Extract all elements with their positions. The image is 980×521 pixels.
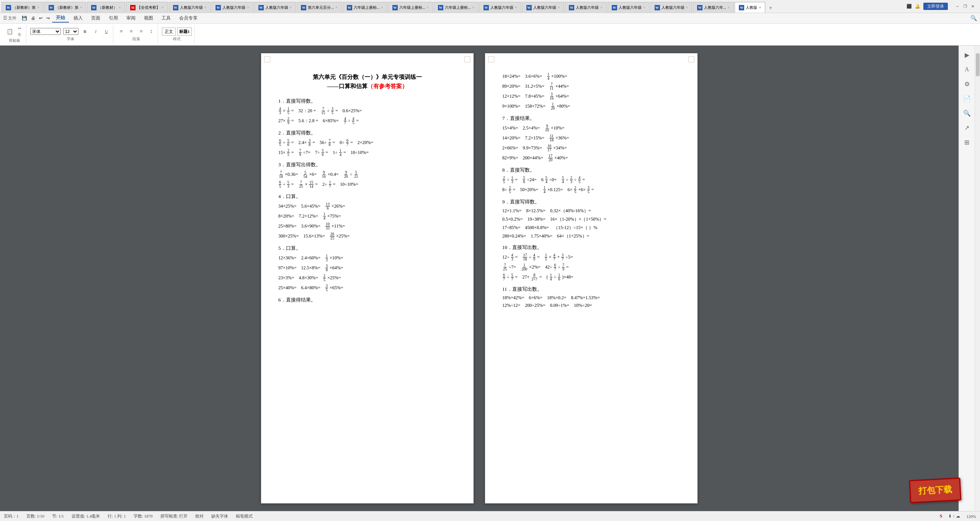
align-center-button[interactable]: ≡ <box>127 27 136 36</box>
sidebar-icon-4[interactable]: 🔍 <box>961 107 973 119</box>
underline-button[interactable]: U <box>102 27 111 36</box>
restore-button[interactable]: ❐ <box>962 4 968 9</box>
tab-4[interactable]: M【全优考察】× <box>126 2 168 13</box>
font-family-select[interactable]: 宋体 <box>30 28 61 35</box>
new-tab-button[interactable]: + <box>766 3 775 13</box>
sidebar-expand-icon[interactable]: ▶ <box>961 49 973 61</box>
section-5-row-4: 25×40%= 6.4×80%= 35×65%= <box>278 284 456 292</box>
tab-14[interactable]: W人教版六年级× <box>565 2 607 13</box>
quick-print[interactable]: 🖨 <box>29 15 37 21</box>
quick-save[interactable]: 💾 <box>20 15 29 21</box>
search-icon[interactable]: 🔍 <box>970 15 977 21</box>
section-4-title: 4．口算。 <box>278 193 456 200</box>
section-2-row-2: 15×25= 79÷7= 7÷56= 1÷14= 10÷10%= <box>278 149 456 157</box>
minimize-button[interactable]: ─ <box>955 4 960 9</box>
s9-row-3: 17÷85%= 4500×0.8%= （15-12）÷15=（ ）% <box>502 224 680 231</box>
tab-13[interactable]: W人教版六年级× <box>522 2 564 13</box>
status-proofread: 校对 <box>195 513 204 519</box>
section-5: 5．口算。 12×36%= 2.4×60%= 13×10%= 97×10%= 1… <box>278 245 456 292</box>
s8-row-1: 25÷13= 56÷24= 654÷0= 54÷23÷45= <box>502 176 680 184</box>
quick-redo[interactable]: ↪ <box>45 15 51 21</box>
section-7: 7．直接结果。 15×4%= 2.5×4%= 910×10%= 14×20%= … <box>502 115 680 162</box>
tab-5[interactable]: W人教版六年级× <box>169 2 211 13</box>
section-3-title: 3．直接写出得数。 <box>278 161 456 168</box>
tab-3[interactable]: W（新教材）× <box>87 2 125 13</box>
menu-icon[interactable]: ☰ <box>3 15 7 21</box>
download-badge[interactable]: 打包下载 <box>909 478 962 503</box>
s9-row-1: 12×1.1%= 8×12.5%= 0.32×（40%-16%）= <box>502 208 680 214</box>
quick-access[interactable]: 文件 <box>8 15 16 21</box>
pages-container[interactable]: 第六单元《百分数（一）》单元专项训练一 ——口算和估算（有参考答案） 1．直接写… <box>0 46 959 511</box>
section-8-title: 8．直接写数。 <box>502 167 680 174</box>
align-left-button[interactable]: ≡ <box>117 27 126 36</box>
italic-button[interactable]: I <box>91 27 100 36</box>
s7-row-3: 2×66%= 9.9×73%= 1617×34%= <box>502 144 680 152</box>
ribbon-tab-page[interactable]: 页面 <box>87 14 104 22</box>
tab-17[interactable]: W人教版六年...× <box>693 2 734 13</box>
line-spacing-button[interactable]: ↕ <box>147 27 155 36</box>
quick-undo[interactable]: ↩ <box>38 15 44 21</box>
status-total-pages: 页数: 1/10 <box>26 513 44 519</box>
tab-area: W（新教材）第× W（新教材）第× W（新教材）× M【全优考察】× W人教版六… <box>2 0 906 13</box>
login-button[interactable]: 立即登录 <box>923 3 948 10</box>
clipboard-group: 📋 ✂ ⎘ 剪贴板 <box>3 25 26 44</box>
align-right-button[interactable]: ≡ <box>137 27 145 36</box>
status-draft: 稿笔模式 <box>236 513 253 519</box>
s8-row-2: 8÷25= 50×20%= 14×0.125= 6×25+6×35= <box>502 186 680 194</box>
corner-mark-right-2 <box>688 56 694 62</box>
cut-button[interactable]: ✂ <box>15 26 24 31</box>
paste-button[interactable]: 📋 <box>5 27 14 36</box>
copy-button[interactable]: ⎘ <box>15 32 24 37</box>
tab-9[interactable]: W六年级上册粉...× <box>343 2 387 13</box>
tab-15[interactable]: W人教版六年级× <box>608 2 650 13</box>
corner-mark-right <box>464 56 470 62</box>
tab-16[interactable]: W人教版六年级× <box>650 2 693 13</box>
section-6: 6．直接得结果。 <box>278 297 456 303</box>
tab-1[interactable]: W（新教材）第× <box>2 2 44 13</box>
ribbon-tab-reference[interactable]: 引用 <box>105 14 122 22</box>
section-11: 11．直接写出数。 18%+42%= 6×6%= 18%×0.2= 8.47%+… <box>502 286 680 308</box>
sidebar-icon-6[interactable]: ⊞ <box>961 136 973 148</box>
ribbon-tab-view[interactable]: 视图 <box>140 14 157 22</box>
tab-2[interactable]: W（新教材）第× <box>44 2 87 13</box>
tab-18[interactable]: W人教版× <box>735 2 765 13</box>
paragraph-label: 段落 <box>132 36 140 42</box>
ribbon-tab-vip[interactable]: 会员专享 <box>175 14 201 22</box>
tab-11[interactable]: W六年级上册粉...× <box>434 2 479 13</box>
page-title: 第六单元《百分数（一）》单元专项训练一 ——口算和估算（有参考答案） <box>278 72 456 91</box>
s7-row-4: 82×9%= 200×44%= 1720×40%= <box>502 154 680 162</box>
status-section: 节: 1/1 <box>52 513 64 519</box>
close-button[interactable]: ✕ <box>970 4 975 9</box>
font-size-select[interactable]: 12 <box>63 28 78 35</box>
tab-6[interactable]: W人教版六年级× <box>211 2 253 13</box>
heading-style[interactable]: 标题1 <box>177 28 192 36</box>
scroll-thumb[interactable] <box>976 53 980 76</box>
section-4-row-3: 25×80%= 3.6×90%= 1033×11%= <box>278 222 456 230</box>
vertical-scrollbar[interactable] <box>975 46 980 511</box>
section-1-title: 1．直接写得数。 <box>278 98 456 105</box>
ribbon-tab-home[interactable]: 开始 <box>52 14 69 23</box>
tab-7[interactable]: W人教版六年级× <box>254 2 296 13</box>
ribbon-tab-insert[interactable]: 插入 <box>70 14 87 22</box>
section-5-title: 5．口算。 <box>278 245 456 252</box>
tab-12[interactable]: W人教版六年级× <box>479 2 521 13</box>
section-3-row-1: 718×0.36= 554×6= 916×0.4= 920÷521 <box>278 170 456 179</box>
status-settings: 设置值: 1.4毫米 <box>72 513 100 519</box>
sidebar-icon-5[interactable]: ↗ <box>961 121 973 134</box>
sidebar-icon-3[interactable]: 📄 <box>961 92 973 105</box>
status-icons: ⬇ ↑ ☁ <box>948 514 960 519</box>
corner-mark-left-2 <box>488 56 494 62</box>
tab-10[interactable]: W六年级上册粉...× <box>388 2 433 13</box>
tab-8[interactable]: W第六单元百分...× <box>297 2 341 13</box>
normal-style[interactable]: 正文 <box>162 28 176 36</box>
clipboard-label: 剪贴板 <box>9 38 20 43</box>
s6-row-2: 89×20%= 31.2×5%= 711×44%= <box>502 82 680 90</box>
sidebar-icon-2[interactable]: ⚙ <box>961 78 973 90</box>
status-bar: 页码：1 页数: 1/10 节: 1/1 设置值: 1.4毫米 行: 1 列: … <box>0 511 980 521</box>
ribbon-tab-tools[interactable]: 工具 <box>158 14 175 22</box>
sidebar-icon-1[interactable]: A <box>961 63 973 75</box>
ribbon-tab-review[interactable]: 审阅 <box>122 14 139 22</box>
status-word-count: 字数: 1870 <box>134 513 153 519</box>
bold-button[interactable]: B <box>81 27 89 36</box>
ribbon-tab-bar: ☰ 文件 💾 🖨 ↩ ↪ 开始 插入 页面 引用 审阅 视图 工具 会员专享 🔍 <box>0 13 980 24</box>
